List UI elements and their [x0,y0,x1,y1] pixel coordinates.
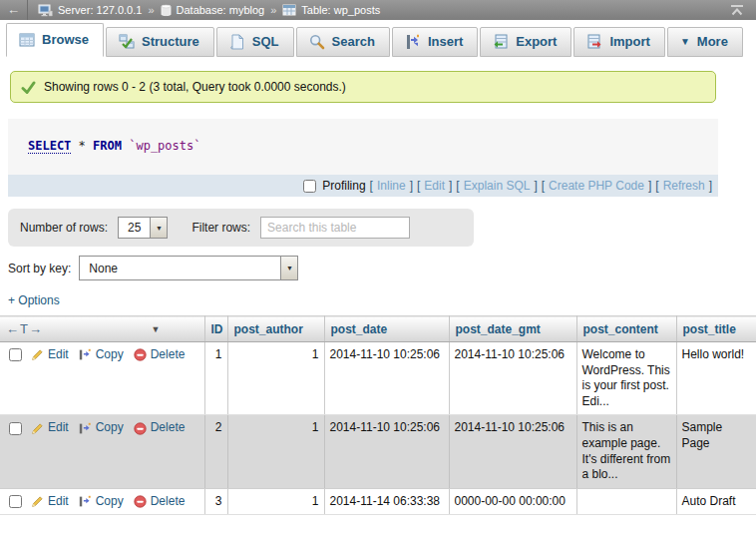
tab-label: Structure [142,34,199,49]
delete-link[interactable]: Delete [151,347,186,363]
tab-sql[interactable]: SQL [216,27,294,57]
success-message-text: Showing rows 0 - 2 (3 total, Query took … [44,80,346,94]
tab-more[interactable]: ▼ More [667,27,743,57]
number-of-rows-label: Number of rows: [20,221,108,235]
edit-query-link[interactable]: Edit [424,179,445,193]
bracket: ] [534,179,537,193]
breadcrumb-database-link[interactable]: Database: myblog [177,4,265,16]
edit-link[interactable]: Edit [48,420,69,436]
row-checkbox[interactable] [9,495,22,508]
cell-post-content: This is an example page. It's different … [576,415,676,488]
number-of-rows-value: 25 [119,221,150,235]
column-header-post-author[interactable]: post_author [227,316,324,342]
refresh-link[interactable]: Refresh [663,179,705,193]
sql-query-text: SELECT * FROM `wp_posts` [8,119,718,175]
cell-post-title: Sample Page [676,415,756,488]
row-checkbox[interactable] [9,348,22,361]
column-toggle-left-arrow-icon[interactable]: ← [6,321,20,336]
breadcrumb-server-link[interactable]: Server: 127.0.0.1 [58,4,142,16]
row-checkbox[interactable] [9,422,22,435]
sort-by-key-label: Sort by key: [8,262,71,275]
bracket: [ [417,179,420,193]
cell-id: 3 [204,488,227,515]
cell-post-title: Auto Draft [676,488,756,515]
chevron-down-icon: ▼ [150,218,167,238]
column-header-post-title[interactable]: post_title [676,316,756,342]
bracket: ] [449,179,452,193]
delete-link[interactable]: Delete [151,494,186,510]
query-options-bar: Profiling [ Inline ] [ Edit ] [ Explain … [8,175,718,197]
header-dropdown-icon[interactable]: ▼ [152,324,161,334]
cell-post-date-gmt: 0000-00-00 00:00:00 [449,488,576,515]
cell-id: 1 [204,342,227,415]
header-row: ←T→ ▼ ID post_author post_date post_date… [0,316,756,342]
chevron-down-icon: ▼ [280,257,297,279]
tab-search[interactable]: Search [296,27,390,57]
collapse-icon[interactable] [730,4,744,16]
tab-label: Import [609,34,649,49]
filter-rows-input[interactable] [260,217,410,239]
cell-post-date: 2014-11-14 06:33:38 [324,488,449,515]
cell-post-date: 2014-11-10 10:25:06 [324,415,449,488]
tab-export[interactable]: Export [480,27,571,57]
row-actions-cell: Edit Copy Delete [0,415,204,488]
column-header-post-content[interactable]: post_content [576,316,676,342]
delete-icon [134,422,147,435]
column-toggle-t-icon[interactable]: T [20,321,29,336]
column-toggle-right-arrow-icon[interactable]: → [29,321,43,336]
bracket: [ [542,179,545,193]
sql-table-identifier: `wp_posts` [129,139,200,153]
column-header-post-date[interactable]: post_date [324,316,449,342]
browse-icon [19,32,35,48]
copy-link[interactable]: Copy [96,420,124,436]
column-header-post-date-gmt[interactable]: post_date_gmt [449,316,576,342]
profiling-checkbox[interactable] [303,180,316,193]
cell-post-author: 1 [227,488,324,515]
cell-post-title: Hello world! [676,342,756,415]
server-icon [38,4,53,17]
sort-by-key-select[interactable]: None ▼ [79,256,298,280]
tab-insert[interactable]: Insert [392,27,478,57]
inline-link[interactable]: Inline [377,179,406,193]
insert-icon [405,34,421,50]
pencil-icon [31,495,44,508]
pencil-icon [31,348,44,361]
export-icon [493,34,509,50]
create-php-code-link[interactable]: Create PHP Code [549,179,644,193]
breadcrumb-table-link[interactable]: Table: wp_posts [301,4,380,16]
explain-sql-link[interactable]: Explain SQL [464,179,531,193]
cell-id: 2 [204,415,227,488]
success-message: Showing rows 0 - 2 (3 total, Query took … [10,71,716,103]
options-toggle-link[interactable]: + Options [8,293,60,307]
edit-link[interactable]: Edit [48,347,69,363]
table-row: Edit Copy Delete 2 1 2014-11-10 10:25:06… [0,415,756,488]
cell-post-date-gmt: 2014-11-10 10:25:06 [449,415,576,488]
column-header-id[interactable]: ID [204,316,227,342]
number-of-rows-select[interactable]: 25 ▼ [118,217,168,239]
delete-icon [134,495,147,508]
check-icon [21,81,36,94]
copy-link[interactable]: Copy [96,494,124,510]
sql-keyword-select[interactable]: SELECT [28,139,71,154]
sql-icon [229,34,245,50]
tab-browse[interactable]: Browse [6,23,104,57]
profiling-label: Profiling [322,179,365,193]
tab-structure[interactable]: Structure [106,27,214,57]
breadcrumb: Server: 127.0.0.1 » Database: myblog » T… [28,4,730,17]
edit-link[interactable]: Edit [48,494,69,510]
breadcrumb-separator: » [148,4,154,16]
delete-link[interactable]: Delete [151,420,186,436]
rows-filter-bar: Number of rows: 25 ▼ Filter rows: [8,209,474,247]
copy-link[interactable]: Copy [96,347,124,363]
cell-post-date-gmt: 2014-11-10 10:25:06 [449,342,576,415]
tab-label: SQL [252,34,279,49]
sql-star: * [79,139,86,153]
back-arrow-button[interactable]: ← [0,0,28,20]
breadcrumb-bar: ← Server: 127.0.0.1 » Database: myblog »… [0,0,756,20]
copy-icon [79,495,92,508]
tab-import[interactable]: Import [573,27,664,57]
tab-label: More [697,34,728,49]
bracket: [ [370,179,373,193]
row-actions-cell: Edit Copy Delete [0,488,204,515]
row-actions-cell: Edit Copy Delete [0,342,204,415]
